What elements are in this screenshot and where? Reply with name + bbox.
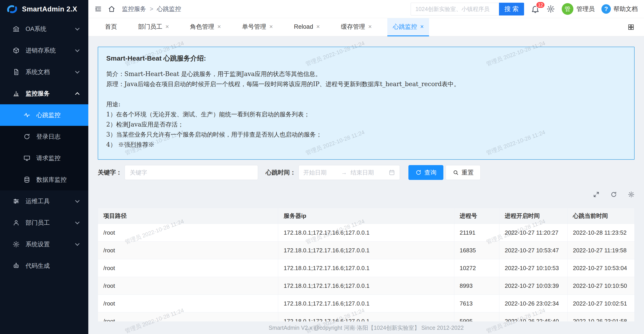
- intro-line: 简介：Smart-Heart-Beat 是心跳服务，用于监测Java应用的状态等…: [106, 69, 626, 79]
- tab-department-staff[interactable]: 部门员工 ×: [133, 18, 174, 36]
- chevron-down-icon: [75, 48, 80, 52]
- team-icon: [12, 219, 20, 226]
- refresh-icon: [415, 169, 422, 176]
- breadcrumb-item[interactable]: 监控服务: [122, 5, 146, 13]
- copyright-footer: SmartAdmin V2.x @copyright 河南·洛阳【1024创新实…: [88, 321, 644, 334]
- cell-project-path: /root: [98, 259, 278, 277]
- cell-heartbeat-time: 2022-10-27 10:10:50: [567, 277, 634, 295]
- smartadmin-logo-icon: [6, 3, 18, 16]
- tabbar: 首页 部门员工 × 角色管理 × 单号管理 × Reload × 缓存管理 ×: [88, 18, 644, 36]
- cell-process-id: 7613: [454, 295, 499, 312]
- tab-role-management[interactable]: 角色管理 ×: [185, 18, 226, 36]
- fullscreen-icon[interactable]: [593, 191, 600, 198]
- breadcrumb: 监控服务 > 心跳监控: [122, 5, 181, 13]
- query-button[interactable]: 查询: [408, 165, 444, 180]
- cell-heartbeat-time: 2022-10-28 11:23:52: [567, 224, 634, 242]
- user-menu[interactable]: 管 管理员: [562, 3, 595, 15]
- heartbeat-table: 项目路径 服务器ip 进程号 进程开启时间 心跳当前时间 /root 172.1…: [98, 208, 634, 330]
- sidebar-item-system-docs[interactable]: 系统文档: [0, 61, 88, 83]
- search-button[interactable]: 搜 索: [499, 3, 524, 16]
- date-range-arrow: →: [341, 169, 347, 176]
- heartbeat-time-label: 心跳时间：: [266, 168, 296, 177]
- cell-process-start-time: 2022-10-26 23:02:34: [499, 295, 567, 312]
- sidebar-item-inventory-system[interactable]: 进销存系统: [0, 40, 88, 61]
- close-icon[interactable]: ×: [316, 23, 320, 30]
- cell-server-ip: 172.18.0.1;172.17.16.6;127.0.0.1: [278, 259, 454, 277]
- cell-process-id: 10272: [454, 259, 499, 277]
- column-header: 进程开启时间: [499, 208, 567, 224]
- sidebar-item-label: 系统设置: [26, 240, 76, 248]
- sidebar-item-label: 数据库监控: [36, 176, 88, 184]
- reset-button[interactable]: 重置: [446, 165, 480, 180]
- close-icon[interactable]: ×: [218, 23, 221, 30]
- cell-server-ip: 172.18.0.1;172.17.16.6;127.0.0.1: [278, 224, 454, 242]
- sidebar-item-label: 系统文档: [26, 68, 76, 76]
- tab-options-grid-icon[interactable]: [628, 24, 634, 31]
- sidebar-item-monitor-service[interactable]: 监控服务: [0, 83, 88, 104]
- sidebar-item-code-generator[interactable]: 代码生成: [0, 255, 88, 276]
- sidebar-item-oa-system[interactable]: OA系统: [0, 18, 88, 40]
- tab-cache-management[interactable]: 缓存管理 ×: [336, 18, 377, 36]
- breadcrumb-item-current: 心跳监控: [157, 5, 181, 13]
- table-row[interactable]: /root 172.18.0.1;172.17.16.6;127.0.0.1 8…: [98, 277, 634, 295]
- sidebar-item-ops-tools[interactable]: 运维工具: [0, 190, 88, 212]
- sidebar-item-login-log[interactable]: 登录日志: [0, 126, 88, 147]
- chevron-down-icon: [75, 69, 80, 74]
- cell-process-start-time: 2022-10-27 11:20:27: [499, 224, 567, 242]
- tab-label: 角色管理: [190, 23, 214, 31]
- date-range-picker[interactable]: 开始日期 → 结束日期: [298, 165, 400, 180]
- sidebar-item-system-settings[interactable]: 系统设置: [0, 233, 88, 255]
- sidebar-item-heartbeat-monitor[interactable]: 心跳监控: [0, 104, 88, 126]
- tab-label: 缓存管理: [341, 23, 365, 31]
- cell-project-path: /root: [98, 295, 278, 312]
- table-row[interactable]: /root 172.18.0.1;172.17.16.6;127.0.0.1 1…: [98, 242, 634, 259]
- tab-label: 单号管理: [242, 23, 266, 31]
- sidebar-item-label: 部门员工: [26, 219, 76, 227]
- sidebar-item-label: 请求监控: [36, 154, 88, 162]
- close-icon[interactable]: ×: [420, 23, 424, 30]
- login-log-icon: [23, 133, 30, 140]
- sidebar-item-department-staff[interactable]: 部门员工: [0, 212, 88, 233]
- cell-process-start-time: 2022-10-27 10:10:53: [499, 259, 567, 277]
- query-button-label: 查询: [424, 168, 436, 177]
- close-icon[interactable]: ×: [368, 23, 372, 30]
- reset-button-label: 重置: [462, 168, 474, 177]
- menu-collapse-icon[interactable]: [93, 4, 103, 14]
- intro-line: 1）在各个环境（无论开发、测试、生产）能统一看到所有启动的服务列表；: [106, 109, 626, 119]
- chevron-up-icon: [75, 92, 80, 97]
- search-input[interactable]: [411, 3, 499, 16]
- keyword-input[interactable]: [125, 165, 258, 180]
- user-name: 管理员: [576, 5, 595, 13]
- breadcrumb-separator: >: [150, 6, 153, 13]
- close-icon[interactable]: ×: [270, 23, 273, 30]
- ops-tools-icon: [12, 198, 20, 205]
- help-link[interactable]: ? 帮助文档: [602, 4, 638, 14]
- sidebar-nav: OA系统 进销存系统 系统文档 监控服务 心跳: [0, 18, 88, 334]
- tab-home[interactable]: 首页: [100, 18, 122, 36]
- notification-bell-icon[interactable]: 12: [531, 5, 540, 14]
- sidebar-item-label: 登录日志: [36, 133, 88, 141]
- refresh-icon[interactable]: [610, 191, 617, 198]
- table-row[interactable]: /root 172.18.0.1;172.17.16.6;127.0.0.1 2…: [98, 224, 634, 242]
- tab-label: 心跳监控: [393, 23, 417, 31]
- column-header: 服务器ip: [278, 208, 454, 224]
- cell-server-ip: 172.18.0.1;172.17.16.6;127.0.0.1: [278, 295, 454, 312]
- tab-heartbeat-monitor[interactable]: 心跳监控 ×: [387, 18, 429, 36]
- tab-order-management[interactable]: 单号管理 ×: [237, 18, 278, 36]
- cell-process-id: 8993: [454, 277, 499, 295]
- column-settings-gear-icon[interactable]: [628, 191, 634, 198]
- sidebar-item-request-monitor[interactable]: 请求监控: [0, 147, 88, 169]
- table-row[interactable]: /root 172.18.0.1;172.17.16.6;127.0.0.1 1…: [98, 259, 634, 277]
- tab-label: Reload: [294, 23, 313, 30]
- settings-gear-icon[interactable]: [546, 5, 555, 13]
- app-logo[interactable]: SmartAdmin 2.X: [0, 0, 88, 18]
- column-header: 进程号: [454, 208, 499, 224]
- close-icon[interactable]: ×: [166, 23, 169, 30]
- main-area: 监控服务 > 心跳监控 搜 索 12 管 管理员: [88, 0, 644, 334]
- home-icon[interactable]: [107, 4, 116, 14]
- tab-reload[interactable]: Reload ×: [288, 18, 325, 36]
- tab-label: 首页: [105, 23, 117, 31]
- chevron-down-icon: [75, 220, 80, 224]
- table-row[interactable]: /root 172.18.0.1;172.17.16.6;127.0.0.1 7…: [98, 295, 634, 312]
- sidebar-item-database-monitor[interactable]: 数据库监控: [0, 169, 88, 190]
